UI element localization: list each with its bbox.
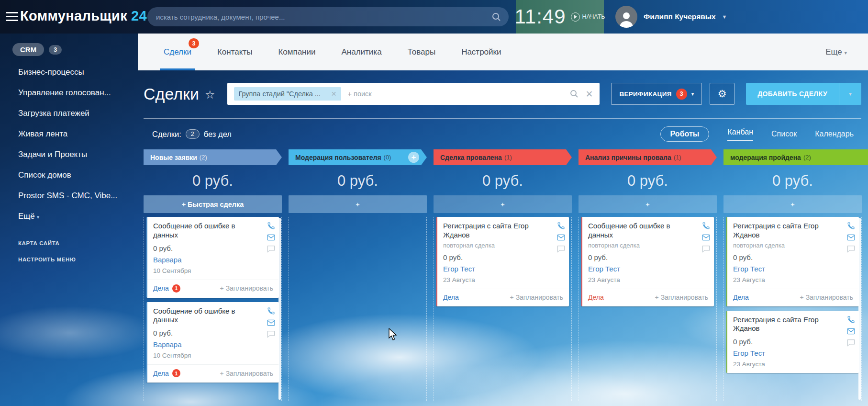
phone-icon[interactable] xyxy=(267,222,275,230)
clear-filter-icon[interactable]: ✕ xyxy=(585,89,593,100)
chat-icon[interactable] xyxy=(557,245,565,253)
column-header[interactable]: Модерация пользователя (0) + xyxy=(289,149,427,165)
activities-link[interactable]: Дела xyxy=(733,293,749,301)
deal-card[interactable]: Регистрация с сайта Егор Жданов 0 руб. Е… xyxy=(726,311,859,373)
tabs-more[interactable]: Еще ▾ xyxy=(825,47,847,57)
phone-icon[interactable] xyxy=(847,316,855,324)
search-icon[interactable] xyxy=(492,12,501,22)
filter-search-box[interactable]: Группа стадий "Сделка ... ✕ ✕ xyxy=(227,83,600,105)
deal-client-link[interactable]: Егор Тест xyxy=(443,265,563,273)
deal-title[interactable]: Сообщение об ошибке в данных xyxy=(153,222,273,240)
email-icon[interactable] xyxy=(557,234,565,241)
deal-client-link[interactable]: Егор Тест xyxy=(733,265,853,273)
email-icon[interactable] xyxy=(267,319,275,326)
email-icon[interactable] xyxy=(847,328,855,335)
view-calendar[interactable]: Календарь xyxy=(815,130,854,138)
filter-search-input[interactable] xyxy=(347,90,570,98)
phone-icon[interactable] xyxy=(557,222,565,230)
tab-companies[interactable]: Компании xyxy=(278,34,315,70)
chip-close-icon[interactable]: ✕ xyxy=(331,90,337,98)
add-deal-button[interactable]: ДОБАВИТЬ СДЕЛКУ ▾ xyxy=(746,83,861,105)
deal-client-link[interactable]: Варвара xyxy=(153,256,273,264)
deal-card[interactable]: Регистрация с сайта Егор Жданов повторна… xyxy=(726,217,859,306)
tab-settings[interactable]: Настройки xyxy=(461,34,501,70)
crm-counter-badge[interactable]: 3 xyxy=(49,45,62,55)
configure-menu-link[interactable]: НАСТРОИТЬ МЕНЮ xyxy=(18,257,138,262)
deal-title[interactable]: Регистрация с сайта Егор Жданов xyxy=(733,222,853,240)
activities-link[interactable]: Дела xyxy=(153,370,169,377)
phone-icon[interactable] xyxy=(847,222,855,230)
verification-button[interactable]: ВЕРИФИКАЦИЯ 3 ▾ xyxy=(611,83,702,105)
sidebar-item-prostor-sms[interactable]: Prostor SMS - СМС, Vibe... xyxy=(18,191,138,201)
view-kanban[interactable]: Канбан xyxy=(727,128,753,141)
column-header[interactable]: Сделка провалена (1) xyxy=(434,149,572,165)
add-deal-to-stage-button[interactable]: + xyxy=(579,195,717,213)
filter-chip[interactable]: Группа стадий "Сделка ... ✕ xyxy=(234,87,341,101)
deal-client-link[interactable]: Егор Тест xyxy=(588,265,708,273)
add-deal-dropdown[interactable]: ▾ xyxy=(839,83,861,105)
tab-contacts[interactable]: Контакты xyxy=(217,34,252,70)
quick-deal-button[interactable]: + Быстрая сделка xyxy=(144,195,282,213)
avatar[interactable] xyxy=(615,6,637,28)
robots-button[interactable]: Роботы xyxy=(660,126,710,142)
sidebar-item-crm[interactable]: CRM xyxy=(12,43,44,56)
add-deal-to-stage-button[interactable]: + xyxy=(434,195,572,213)
deal-card[interactable]: Сообщение об ошибке в данных повторная с… xyxy=(581,217,714,306)
work-time-panel[interactable]: 11:49 НАЧАТЬ xyxy=(516,0,604,34)
plan-activity-link[interactable]: + Запланировать xyxy=(800,293,853,301)
chat-icon[interactable] xyxy=(267,245,275,253)
global-search[interactable] xyxy=(147,7,509,26)
add-deal-to-stage-button[interactable]: + xyxy=(723,195,862,213)
email-icon[interactable] xyxy=(702,234,710,241)
tab-products[interactable]: Товары xyxy=(408,34,435,70)
activities-link[interactable]: Дела xyxy=(153,284,169,292)
column-scrollbar[interactable] xyxy=(278,218,281,400)
tab-analytics[interactable]: Аналитика xyxy=(341,34,381,70)
plan-activity-link[interactable]: + Запланировать xyxy=(655,293,708,301)
column-header[interactable]: модерация пройдена (2) xyxy=(723,149,868,165)
deal-card[interactable]: Сообщение об ошибке в данных 0 руб. Варв… xyxy=(146,302,279,383)
sidebar-item-payments-upload[interactable]: Загрузка платежей xyxy=(18,109,138,118)
add-stage-icon[interactable]: + xyxy=(408,152,419,163)
deal-title[interactable]: Сообщение об ошибке в данных xyxy=(588,222,708,240)
app-logo[interactable]: Коммунальщик24 xyxy=(20,8,147,24)
chat-icon[interactable] xyxy=(847,245,855,253)
global-search-input[interactable] xyxy=(155,12,492,22)
deal-card[interactable]: Регистрация с сайта Егор Жданов повторна… xyxy=(436,217,569,306)
add-deal-to-stage-button[interactable]: + xyxy=(289,195,427,213)
phone-icon[interactable] xyxy=(267,307,275,315)
sidebar-more[interactable]: Ещё▾ xyxy=(18,212,138,221)
plan-activity-link[interactable]: + Запланировать xyxy=(220,370,273,377)
plan-activity-link[interactable]: + Запланировать xyxy=(510,293,563,301)
column-scrollbar[interactable] xyxy=(858,218,861,400)
chat-icon[interactable] xyxy=(847,339,855,347)
tab-deals[interactable]: Сделки 3 xyxy=(164,34,191,70)
activities-link-overdue[interactable]: Дела xyxy=(588,293,604,301)
sidebar-item-business-processes[interactable]: Бизнес-процессы xyxy=(18,68,138,77)
email-icon[interactable] xyxy=(267,234,275,241)
user-menu[interactable]: Филипп Кучерявых ▼ xyxy=(615,0,727,34)
favorite-star-icon[interactable]: ☆ xyxy=(205,88,215,102)
deal-card[interactable]: Сообщение об ошибке в данных 0 руб. Варв… xyxy=(146,217,279,298)
sidebar-item-feed[interactable]: Живая лента xyxy=(18,129,138,139)
deals-count-badge[interactable]: 2 xyxy=(186,129,200,139)
sitemap-link[interactable]: КАРТА САЙТА xyxy=(18,240,138,246)
column-header[interactable]: Новые заявки (2) xyxy=(144,149,282,165)
sidebar-item-voting[interactable]: Управление голосован... xyxy=(18,88,138,98)
start-workday-button[interactable]: НАЧАТЬ xyxy=(571,12,605,22)
search-icon[interactable] xyxy=(570,90,579,98)
hamburger-menu-icon[interactable] xyxy=(6,12,18,23)
deal-client-link[interactable]: Егор Тест xyxy=(733,349,853,357)
email-icon[interactable] xyxy=(847,234,855,241)
sidebar-item-houses-list[interactable]: Список домов xyxy=(18,170,138,180)
phone-icon[interactable] xyxy=(702,222,710,230)
deal-title[interactable]: Сообщение об ошибке в данных xyxy=(153,307,273,325)
chat-icon[interactable] xyxy=(267,330,275,338)
deal-client-link[interactable]: Варвара xyxy=(153,340,273,349)
view-list[interactable]: Список xyxy=(771,130,797,138)
plan-activity-link[interactable]: + Запланировать xyxy=(220,284,273,292)
deal-title[interactable]: Регистрация с сайта Егор Жданов xyxy=(443,222,563,240)
sidebar-item-tasks-projects[interactable]: Задачи и Проекты xyxy=(18,150,138,159)
chat-icon[interactable] xyxy=(702,245,710,253)
settings-gear-button[interactable]: ⚙ xyxy=(710,83,734,105)
